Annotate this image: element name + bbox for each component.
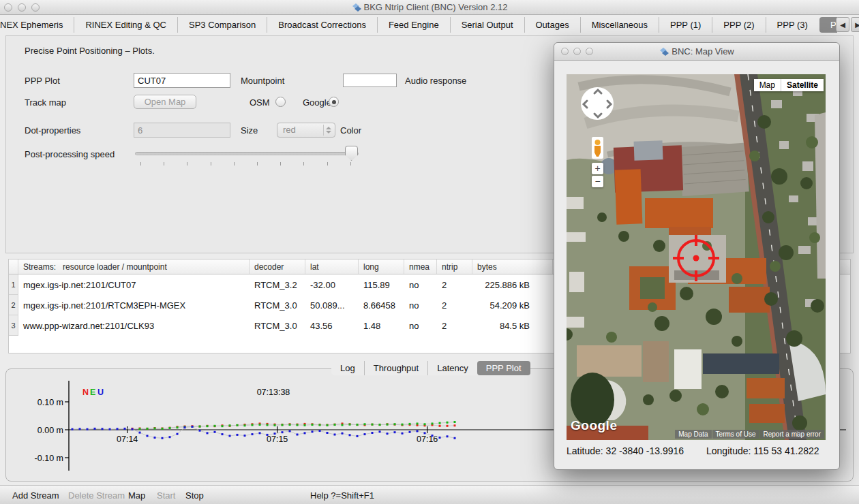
map-view-window: BNC: Map View (554, 42, 840, 470)
panel-heading: Precise Point Positioning – Plots. (25, 46, 155, 56)
cell-mountpoint: mgex.igs-ip.net:2101/CUT07 (18, 280, 250, 290)
longitude-value: Longitude: 115 53 41.2822 (706, 445, 819, 456)
audio-response-label: Audio response (405, 76, 466, 86)
size-label: Size (241, 125, 258, 136)
cell-lat: 43.56 (305, 321, 359, 331)
google-logo: Google (571, 418, 617, 433)
tab-outages[interactable]: Outages (524, 17, 580, 33)
header-gutter (9, 259, 18, 274)
tab-miscellaneous[interactable]: Miscellaneous (580, 17, 659, 33)
cell-bytes: 84.5 kB (472, 321, 553, 331)
map-button[interactable]: Map (128, 490, 145, 501)
cell-mountpoint: www.ppp-wizard.net:2101/CLK93 (18, 321, 250, 331)
map-type-toggle: Map Satellite (754, 79, 824, 91)
cell-decoder: RTCM_3.0 (250, 321, 305, 331)
tab-ppp-3[interactable]: PPP (3) (766, 17, 819, 33)
cell-decoder: RTCM_3.2 (250, 280, 305, 290)
help-shortcut-label: Help ?=Shift+F1 (310, 490, 374, 501)
map-type-map-button[interactable]: Map (754, 79, 781, 91)
cell-nmea: no (404, 300, 437, 311)
tab-ppp-1[interactable]: PPP (1) (659, 17, 712, 33)
svg-text:07:15: 07:15 (267, 435, 288, 444)
satellite-map[interactable]: Map Satellite + − Google Map Data Terms … (567, 74, 826, 440)
terms-of-use-link[interactable]: Terms of Use (712, 430, 759, 439)
report-error-link[interactable]: Report a map error (760, 430, 824, 439)
dot-color-value: red (283, 125, 296, 135)
cell-ntrip: 2 (437, 280, 472, 290)
tab-scroll-right-icon[interactable]: ▶ (851, 17, 859, 32)
ppp-plot-input[interactable] (134, 73, 230, 88)
top-tab-bar: NEX EphemerisRINEX Editing & QCSP3 Compa… (0, 15, 837, 34)
map-attribution: Map Data Terms of Use Report a map error (675, 430, 824, 439)
tab-scroll-left-icon[interactable]: ◀ (836, 17, 849, 32)
header-decoder[interactable]: decoder (250, 259, 305, 274)
dot-color-select[interactable]: red (277, 123, 335, 138)
window-title: BKG Ntrip Client (BNC) Version 2.12 (0, 2, 859, 14)
main-titlebar: BKG Ntrip Client (BNC) Version 2.12 (0, 0, 859, 15)
tab-nex-ephemeris[interactable]: NEX Ephemeris (0, 17, 74, 33)
header-long[interactable]: long (359, 259, 404, 274)
dot-properties-label: Dot-properties (25, 125, 80, 136)
mountpoint-label: Mountpoint (241, 76, 284, 86)
tab-ppp-2[interactable]: PPP (2) (712, 17, 765, 33)
row-number: 3 (9, 315, 18, 336)
bottom-tab-log[interactable]: Log (331, 361, 364, 375)
tab-scroll-buttons: ◀ ▶ (836, 17, 859, 33)
add-stream-button[interactable]: Add Stream (12, 490, 59, 501)
zoom-in-button[interactable]: + (592, 163, 603, 174)
cell-ntrip: 2 (437, 300, 472, 311)
open-map-button[interactable]: Open Map (134, 95, 196, 109)
svg-text:07:13:38: 07:13:38 (257, 388, 290, 397)
tab-serial-output[interactable]: Serial Output (450, 17, 524, 33)
speed-slider-track[interactable] (135, 152, 359, 155)
map-data-link[interactable]: Map Data (675, 430, 711, 439)
tab-sp3-comparison[interactable]: SP3 Comparison (177, 17, 267, 33)
start-button[interactable]: Start (157, 490, 175, 501)
tab-ppp-4[interactable]: PPP (4) (819, 17, 837, 33)
cell-long: 1.48 (359, 321, 404, 331)
color-label: Color (340, 125, 361, 136)
stop-button[interactable]: Stop (185, 490, 204, 501)
header-bytes[interactable]: bytes (472, 259, 553, 274)
cell-nmea: no (404, 321, 437, 331)
bottom-toolbar: Add Stream Delete Stream Map Start Stop … (0, 485, 859, 504)
row-number: 1 (9, 274, 18, 295)
map-type-satellite-button[interactable]: Satellite (781, 79, 824, 91)
header-nmea[interactable]: nmea (404, 259, 437, 274)
speed-slider-handle[interactable] (345, 146, 358, 161)
tab-feed-engine[interactable]: Feed Engine (377, 17, 450, 33)
dot-size-input[interactable] (134, 123, 230, 138)
coordinates-readout: Latitude: 32 -3840 -13.9916 Longitude: 1… (567, 445, 832, 456)
pegman-icon (592, 137, 603, 159)
cell-decoder: RTCM_3.0 (250, 300, 305, 311)
svg-text:N: N (82, 388, 89, 397)
cell-bytes: 225.886 kB (472, 280, 553, 290)
cell-long: 115.89 (359, 280, 404, 290)
tab-broadcast-corrections[interactable]: Broadcast Corrections (267, 17, 377, 33)
header-ntrip[interactable]: ntrip (437, 259, 472, 274)
cell-bytes: 54.209 kB (472, 300, 553, 311)
google-label: Google (303, 97, 331, 108)
header-mountpoint[interactable]: Streams: resource loader / mountpoint (18, 259, 250, 274)
delete-stream-button[interactable]: Delete Stream (68, 490, 125, 501)
cell-nmea: no (404, 280, 437, 290)
header-lat[interactable]: lat (305, 259, 359, 274)
svg-text:E: E (90, 388, 95, 397)
latitude-value: Latitude: 32 -3840 -13.9916 (567, 445, 684, 456)
post-processing-speed-label: Post-processing speed (25, 149, 115, 159)
pan-control (581, 87, 614, 120)
bottom-tab-ppp-plot[interactable]: PPP Plot (477, 361, 530, 375)
bottom-tab-throughput[interactable]: Throughput (364, 361, 428, 375)
cell-ntrip: 2 (437, 321, 472, 331)
bottom-tab-latency[interactable]: Latency (427, 361, 477, 375)
cell-mountpoint: mgex.igs-ip.net:2101/RTCM3EPH-MGEX (18, 300, 250, 311)
osm-label: OSM (250, 97, 270, 108)
bnc-app-icon (659, 48, 669, 58)
svg-text:0.00 m: 0.00 m (37, 426, 63, 435)
google-radio[interactable] (329, 97, 339, 107)
osm-radio[interactable] (275, 97, 286, 107)
mountpoint-input[interactable] (343, 74, 397, 87)
map-window-title: BNC: Map View (554, 46, 839, 58)
zoom-out-button[interactable]: − (592, 176, 603, 187)
tab-rinex-editing-qc[interactable]: RINEX Editing & QC (74, 17, 177, 33)
